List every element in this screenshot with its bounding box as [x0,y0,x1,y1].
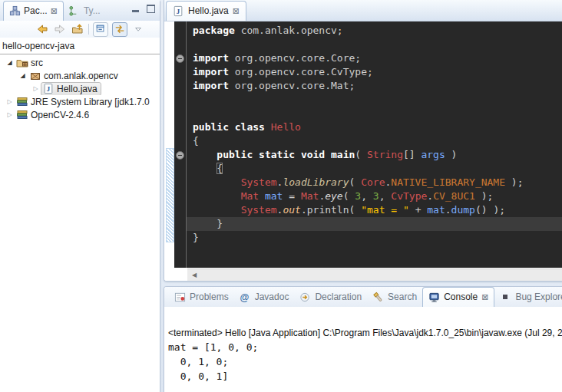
bug-icon [499,291,511,303]
code-token: import [193,80,235,91]
code-token: eye [325,190,342,202]
package-explorer-panel: Pac... ⊠ Ty... [0,0,160,392]
tab-package-explorer[interactable]: Pac... ⊠ [3,1,64,21]
code-line[interactable] [193,107,562,120]
close-icon[interactable]: ⊠ [481,293,488,301]
code-line[interactable]: import org.opencv.core.CvType; [193,65,562,79]
tab-declaration[interactable]: Declaration [294,288,367,307]
project-root-label[interactable]: hello-opencv-java [0,40,160,52]
maximize-icon[interactable] [147,5,155,13]
tree-item-label: com.anlak.opencv [44,71,118,81]
code-line[interactable]: } [193,231,562,245]
minimize-icon[interactable] [132,10,139,12]
code-line[interactable]: System.loadLibrary( Core.NATIVE_LIBRARY_… [193,176,562,189]
code-line[interactable]: import org.opencv.core.Mat; [193,79,562,93]
svg-text:J: J [177,7,180,15]
console-output-line: 0, 0, 1] [168,369,562,384]
close-icon[interactable]: ⊠ [233,7,240,15]
code-token: Mat [301,190,319,202]
tree-item-src[interactable]: ◢src [0,56,160,69]
console-tabbar: Problems@JavadocDeclarationSearchConsole… [164,287,562,307]
tree-item-core[interactable]: JHello.java [41,82,101,95]
code-line[interactable]: import org.opencv.core.Core; [193,51,562,65]
code-token: loadLibrary [283,176,349,188]
code-token: 3 [355,190,361,202]
code-token: println [307,204,349,216]
code-line[interactable]: { [193,134,562,148]
code-line[interactable]: System.out.println( "mat = " + mat.dump(… [193,203,562,217]
tree-item-label: src [31,58,43,68]
java-file-icon: J [42,83,55,95]
expand-arrow-icon[interactable]: ▷ [5,98,15,105]
console-output-line: mat = [1, 0, 0; [168,340,562,354]
code-line[interactable] [193,38,562,51]
tree-item-hello-java[interactable]: ▷JHello.java [0,82,160,95]
code-line[interactable]: Mat mat = Mat.eye( 3, 3, CvType.CV_8UC1 … [193,189,562,203]
close-icon[interactable]: ⊠ [51,7,58,15]
code-line[interactable]: { [193,162,562,176]
tab-label: Search [388,292,417,302]
tree-item-opencv-2-4-6[interactable]: ▷OpenCV-2.4.6 [0,108,160,121]
view-menu-icon[interactable] [131,23,145,36]
code-line[interactable]: package com.anlak.opencv; [193,24,562,38]
problems-icon [174,291,186,303]
collapse-arrow-icon[interactable]: ◢ [5,59,15,66]
forward-icon[interactable] [53,23,67,36]
tree-item-core[interactable]: src [15,56,47,69]
fold-gutter[interactable] [174,21,187,268]
collapse-arrow-icon[interactable]: ◢ [18,72,28,79]
tab-type-hierarchy[interactable]: Ty... [64,2,106,21]
link-with-editor-icon[interactable] [112,22,127,37]
svg-text:J: J [47,85,51,93]
code-line[interactable]: public static void main( String[] args ) [193,148,562,162]
editor-tab-label: Hello.java [188,5,229,16]
code-line[interactable]: public class Hello [193,120,562,134]
tab-bug-explorer[interactable]: Bug Explorer [494,288,562,307]
fold-collapse-icon[interactable] [176,151,184,160]
code-line[interactable] [193,93,562,107]
horizontal-scrollbar[interactable]: ◀ [164,268,562,281]
code-token: ) [445,149,458,160]
tree-item-com-anlak-opencv[interactable]: ◢com.anlak.opencv [0,69,160,82]
editor-tab-hello-java[interactable]: J Hello.java ⊠ [166,1,246,21]
annotation-ruler[interactable] [164,21,174,268]
code-token: dump [451,204,475,216]
tree-item-core[interactable]: OpenCV-2.4.6 [15,108,93,121]
scroll-left-icon[interactable]: ◀ [187,272,197,278]
collapse-all-icon[interactable] [93,22,108,37]
tab-search[interactable]: Search [367,288,422,307]
fold-collapse-icon[interactable] [176,54,184,63]
tree-item-core[interactable]: com.anlak.opencv [28,69,122,82]
search-icon [372,291,384,303]
javadoc-icon: @ [239,291,251,303]
tab-problems[interactable]: Problems [169,288,234,307]
code-token: "mat = " [361,204,409,216]
code-token: + [409,204,427,216]
console-icon [428,291,440,303]
tab-javadoc[interactable]: @Javadoc [234,288,295,307]
tab-label: Problems [190,292,229,302]
java-file-icon: J [172,5,184,17]
code-token: ( [355,149,367,160]
package-icon [29,70,41,82]
editor-panel: J Hello.java ⊠ package com.anlak.opencv;… [164,0,562,282]
code-token: String [367,149,403,160]
expand-arrow-icon[interactable]: ▷ [5,111,15,118]
go-up-icon[interactable] [71,23,84,36]
project-tree: hello-opencv-java ◢src◢com.anlak.opencv▷… [0,38,160,121]
tree-item-jre-system-library-jdk1-7-0[interactable]: ▷JRE System Library [jdk1.7.0 [0,95,160,108]
editor-body: package com.anlak.opencv;import org.open… [164,21,562,268]
tab-console[interactable]: Console⊠ [422,287,494,307]
library-icon [16,96,28,108]
tab-label: Declaration [315,292,362,302]
console-output[interactable]: mat = [1, 0, 0; 0, 1, 0; 0, 0, 1] [164,338,562,384]
code-line-current[interactable]: } [187,217,562,231]
toolbar-separator [88,24,89,35]
expand-arrow-icon[interactable]: ▷ [31,85,41,92]
code-token: org.opencv.core.Core; [235,52,361,64]
code-token: . [301,204,307,216]
back-icon[interactable] [35,23,49,36]
code-area[interactable]: package com.anlak.opencv;import org.open… [187,21,562,268]
tree-item-label: JRE System Library [jdk1.7.0 [31,97,150,107]
tree-item-core[interactable]: JRE System Library [jdk1.7.0 [15,95,154,108]
